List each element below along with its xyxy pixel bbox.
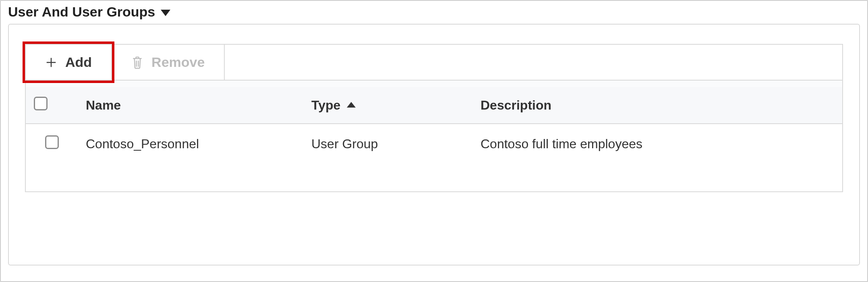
table-bottom-spacer	[25, 164, 843, 192]
sort-asc-icon	[347, 102, 356, 108]
column-header-description-label: Description	[481, 98, 551, 112]
table-row[interactable]: Contoso_Personnel User Group Contoso ful…	[25, 124, 843, 164]
column-header-description[interactable]: Description	[472, 87, 843, 124]
cell-type: User Group	[303, 124, 472, 164]
add-button[interactable]: Add	[26, 45, 112, 80]
cell-name: Contoso_Personnel	[78, 124, 303, 164]
user-groups-table: Name Type Description	[25, 87, 843, 192]
column-header-type[interactable]: Type	[303, 87, 472, 124]
cell-description: Contoso full time employees	[472, 124, 843, 164]
select-all-checkbox[interactable]	[34, 97, 48, 110]
remove-button[interactable]: Remove	[112, 45, 225, 80]
toolbar-spacer	[225, 45, 842, 80]
column-header-name[interactable]: Name	[78, 87, 303, 124]
section-title: User And User Groups	[8, 4, 155, 20]
plus-icon	[45, 56, 57, 68]
toolbar: Add Remove	[25, 44, 843, 81]
table-top-spacer	[25, 81, 843, 87]
trash-icon	[131, 56, 143, 69]
section-header[interactable]: User And User Groups	[1, 1, 867, 22]
chevron-down-icon	[161, 10, 170, 16]
panel: Add Remove Name	[8, 24, 860, 265]
column-header-name-label: Name	[86, 98, 121, 112]
user-groups-section: User And User Groups Add Remove	[0, 0, 868, 282]
row-checkbox[interactable]	[45, 135, 59, 149]
column-header-select	[25, 87, 78, 124]
column-header-type-label: Type	[311, 98, 340, 113]
remove-button-label: Remove	[151, 54, 205, 70]
add-button-label: Add	[65, 54, 92, 70]
table-header-row: Name Type Description	[25, 87, 843, 124]
